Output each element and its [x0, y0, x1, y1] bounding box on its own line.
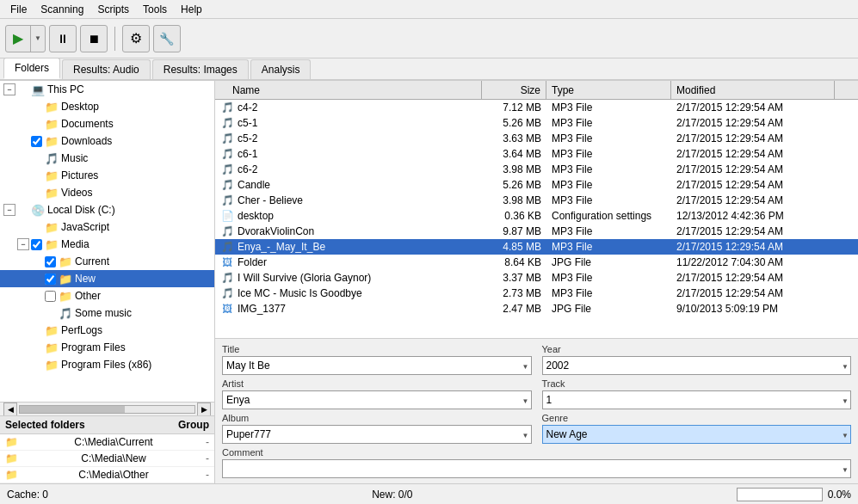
comment-input[interactable]	[222, 459, 851, 478]
year-dropdown-icon[interactable]	[842, 361, 849, 371]
tree-folder-icon: 📁	[45, 134, 59, 148]
tree-item[interactable]: 📁Other	[0, 287, 214, 304]
tree-checkbox[interactable]	[31, 239, 42, 250]
tab-analysis[interactable]: Analysis	[250, 59, 312, 79]
tree-item[interactable]: 📁Downloads	[0, 132, 214, 150]
tree-item[interactable]: −💻This PC	[0, 81, 214, 98]
tree-item[interactable]: 📁Program Files (x86)	[0, 356, 214, 373]
file-row[interactable]: 🖼Folder8.64 KBJPG File11/22/2012 7:04:30…	[215, 255, 858, 270]
file-row[interactable]: 🎵DvorakViolinCon9.87 MBMP3 File2/17/2015…	[215, 224, 858, 239]
file-header-type[interactable]: Type	[546, 81, 671, 99]
title-input[interactable]: May It Be	[222, 356, 532, 375]
tree-item[interactable]: 🎵Music	[0, 150, 214, 167]
tree-checkbox[interactable]	[45, 291, 56, 302]
file-list-body[interactable]: 🎵c4-27.12 MBMP3 File2/17/2015 12:29:54 A…	[215, 100, 858, 338]
file-cell-name: 🎵Candle	[215, 178, 482, 191]
track-input[interactable]: 1	[542, 390, 852, 409]
menu-file[interactable]: File	[3, 2, 34, 17]
file-header-modified[interactable]: Modified	[671, 81, 835, 99]
file-header-name[interactable]: Name	[215, 81, 482, 99]
tree-expand-button[interactable]: −	[17, 238, 29, 250]
file-row[interactable]: 🖼IMG_13772.47 MBJPG File9/10/2013 5:09:1…	[215, 301, 858, 317]
artist-input[interactable]: Enya	[222, 390, 532, 409]
tree-item[interactable]: 📁Pictures	[0, 167, 214, 184]
menu-help[interactable]: Help	[174, 2, 209, 17]
selected-folder-item[interactable]: 📁C:\Media\Current-	[0, 434, 214, 451]
settings-button[interactable]: ⚙	[122, 25, 150, 52]
comment-dropdown-icon[interactable]	[842, 464, 849, 474]
toolbar-separator-1	[114, 27, 115, 51]
tree-hscrollbar[interactable]: ◀ ▶	[0, 402, 214, 415]
tree-hscroll-track[interactable]	[19, 405, 195, 414]
file-cell-size: 3.37 MB	[482, 271, 546, 284]
album-label: Album	[222, 413, 532, 423]
play-dropdown[interactable]	[31, 26, 45, 52]
tab-results-audio[interactable]: Results: Audio	[62, 59, 151, 79]
file-row[interactable]: 🎵c5-23.63 MBMP3 File2/17/2015 12:29:54 A…	[215, 131, 858, 146]
tree-item[interactable]: −💿Local Disk (C:)	[0, 201, 214, 218]
tree-expand-button[interactable]: −	[3, 83, 15, 95]
tree-item[interactable]: 📁Videos	[0, 184, 214, 201]
file-name-text: c5-2	[238, 132, 257, 144]
file-row[interactable]: 📄desktop0.36 KBConfiguration settings12/…	[215, 208, 858, 224]
file-row[interactable]: 🎵I Will Survive (Gloria Gaynor)3.37 MBMP…	[215, 270, 858, 286]
menu-scripts[interactable]: Scripts	[90, 2, 136, 17]
tree-item-label: JavaScript	[61, 221, 109, 233]
tools-button[interactable]: 🔧	[153, 25, 181, 52]
pause-icon: ⏸	[57, 32, 69, 46]
file-row[interactable]: 🎵c6-13.64 MBMP3 File2/17/2015 12:29:54 A…	[215, 146, 858, 162]
artist-value: Enya	[226, 394, 515, 406]
genre-input[interactable]: New Age	[542, 425, 852, 444]
file-row[interactable]: 🎵c6-23.98 MBMP3 File2/17/2015 12:29:54 A…	[215, 162, 858, 177]
selected-folder-path: C:\Media\Other	[78, 469, 148, 481]
tree-item[interactable]: 📁Program Files	[0, 339, 214, 356]
track-dropdown-icon[interactable]	[842, 396, 849, 405]
tree-item[interactable]: 🎵Some music	[0, 304, 214, 322]
play-button-group: ▶	[5, 25, 46, 52]
tab-results-images[interactable]: Results: Images	[152, 59, 249, 79]
file-cell-type: Configuration settings	[546, 209, 671, 222]
tree-checkbox[interactable]	[45, 274, 56, 285]
tree-item[interactable]: 📁New	[0, 270, 214, 287]
file-cell-name: 📄desktop	[215, 209, 482, 222]
selected-folder-item[interactable]: 📁C:\Media\Other-	[0, 467, 214, 483]
year-input[interactable]: 2002	[542, 356, 852, 375]
tree-expand-button[interactable]: −	[3, 204, 15, 216]
file-header-size[interactable]: Size	[482, 81, 546, 99]
tree-item[interactable]: 📁PerfLogs	[0, 322, 214, 339]
file-row[interactable]: 🎵c4-27.12 MBMP3 File2/17/2015 12:29:54 A…	[215, 100, 858, 115]
tree-item[interactable]: 📁Desktop	[0, 98, 214, 115]
selected-folder-item[interactable]: 📁C:\Media\New-	[0, 451, 214, 467]
tree-folder-icon: 📁	[45, 220, 59, 234]
album-input[interactable]: Puper777	[222, 425, 532, 444]
menu-scanning[interactable]: Scanning	[34, 2, 90, 17]
tree-item[interactable]: 📁Current	[0, 253, 214, 270]
file-row[interactable]: 🎵Ice MC - Music Is Goodbye2.73 MBMP3 Fil…	[215, 286, 858, 301]
album-dropdown-icon[interactable]	[522, 430, 529, 439]
file-name-text: c5-1	[238, 117, 257, 129]
pause-button[interactable]: ⏸	[49, 25, 77, 52]
selected-folders-list: 📁C:\Media\Current-📁C:\Media\New-📁C:\Medi…	[0, 434, 214, 483]
folder-tree[interactable]: −💻This PC📁Desktop📁Documents📁Downloads🎵Mu…	[0, 81, 214, 402]
file-row[interactable]: 🎵Candle5.26 MBMP3 File2/17/2015 12:29:54…	[215, 177, 858, 193]
stop-button[interactable]: ⏹	[80, 25, 108, 52]
tree-checkbox[interactable]	[31, 136, 42, 147]
file-row[interactable]: 🎵Enya_-_May_It_Be4.85 MBMP3 File2/17/201…	[215, 239, 858, 255]
tree-scroll-right[interactable]: ▶	[197, 403, 211, 416]
artist-field: Artist Enya	[222, 378, 532, 409]
genre-dropdown-icon[interactable]	[842, 430, 849, 439]
artist-dropdown-icon[interactable]	[522, 396, 529, 405]
menu-tools[interactable]: Tools	[136, 2, 174, 17]
tree-checkbox[interactable]	[45, 256, 56, 267]
tree-item[interactable]: −📁Media	[0, 236, 214, 253]
tree-item-label: Local Disk (C:)	[47, 204, 115, 216]
tree-item[interactable]: 📁JavaScript	[0, 218, 214, 236]
tab-folders[interactable]: Folders	[3, 58, 60, 79]
file-row[interactable]: 🎵Cher - Believe3.98 MBMP3 File2/17/2015 …	[215, 193, 858, 208]
title-dropdown-icon[interactable]	[522, 361, 529, 371]
file-cell-type: MP3 File	[546, 163, 671, 175]
tree-scroll-left[interactable]: ◀	[3, 403, 17, 416]
file-row[interactable]: 🎵c5-15.26 MBMP3 File2/17/2015 12:29:54 A…	[215, 115, 858, 131]
tree-item[interactable]: 📁Documents	[0, 115, 214, 132]
play-button[interactable]: ▶	[6, 26, 31, 52]
